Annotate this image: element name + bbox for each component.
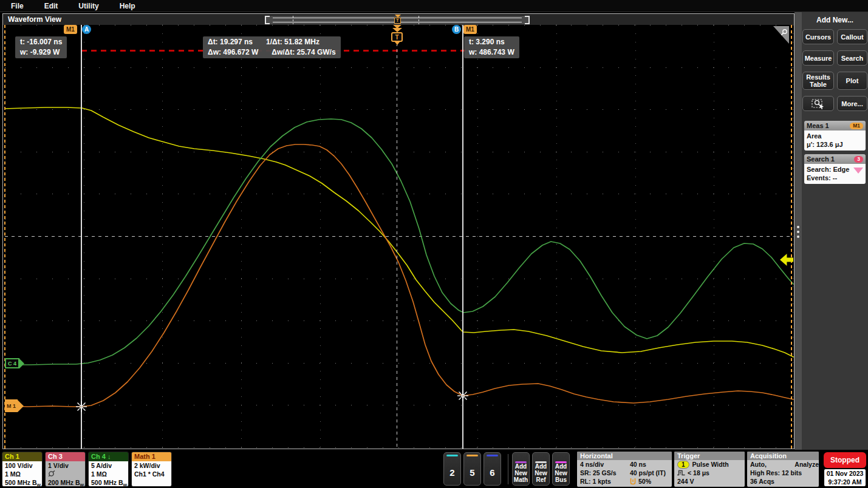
trigger-position-icon [630, 478, 636, 485]
ch5-off-button[interactable]: 5 [463, 452, 481, 486]
waveform-traces [3, 25, 794, 449]
meas1-type: Area [807, 132, 863, 140]
right-panel: Add New... Cursors Callout Measure Searc… [802, 12, 868, 450]
cursor-a-handle[interactable]: A [82, 25, 91, 34]
cursor-b-source-badge[interactable]: M1 [463, 25, 477, 34]
bottom-bar: Ch 1 100 V/div 1 MΩ 500 MHz BW Ch 3 1 V/… [0, 450, 868, 488]
bandwidth-limit-icon: BW [75, 479, 84, 486]
ch4-badge[interactable]: Ch 4 ↓ 5 A/div 1 MΩ 500 MHz BW [88, 452, 129, 487]
splitter-grip-icon [797, 226, 799, 240]
ch4-level-marker[interactable]: C 4 [5, 358, 24, 368]
menu-utility[interactable]: Utility [72, 1, 104, 12]
menu-bar: File Edit Utility Help [0, 0, 868, 12]
pulse-width-icon [677, 470, 685, 476]
bandwidth-limit-icon: BW [118, 479, 127, 486]
measure-button[interactable]: Measure [802, 50, 834, 66]
ch6-off-button[interactable]: 6 [484, 452, 501, 486]
cursor-b-readout: t: 3.290 ns w: 486.743 W [464, 36, 519, 58]
menu-help[interactable]: Help [114, 1, 142, 12]
search1-events: Events: -- [807, 174, 863, 182]
trigger-flag[interactable]: T [391, 32, 403, 42]
search1-count-badge: 3 [854, 156, 863, 163]
minimap-pan-zoom-bar[interactable]: T [265, 16, 530, 24]
cursor-delta-readout: Δt: 19.297 ns1/Δt: 51.82 MHz Δw: 496.672… [203, 36, 341, 58]
results-table-button[interactable]: Results Table [802, 72, 834, 90]
trigger-source-badge: 1 [677, 461, 689, 469]
trace-math1 [5, 144, 793, 407]
offset-down-arrow-icon: ↓ [108, 453, 111, 460]
trigger-marker[interactable]: T [391, 25, 403, 45]
cursor-a-source-badge[interactable]: M1 [64, 25, 77, 34]
datetime-display: 01 Nov 2023 9:37:20 AM [824, 469, 866, 486]
cursor-b-line[interactable] [462, 25, 463, 449]
cursor-a-readout: t: -16.007 ns w: -9.929 W [15, 36, 67, 58]
search1-card[interactable]: Search 1 3 Search: Edge Events: -- [804, 154, 866, 184]
math1-level-marker[interactable]: M 1 [5, 399, 24, 412]
callout-button[interactable]: Callout [837, 29, 867, 44]
minimap-left-bracket[interactable] [265, 16, 270, 24]
selected-waveform-right-edge [791, 25, 792, 449]
meas1-title: Meas 1 [807, 122, 829, 129]
menu-edit[interactable]: Edit [38, 1, 64, 12]
add-new-header: Add New... [803, 16, 867, 24]
oscilloscope-app: File Edit Utility Help Waveform View T [0, 0, 868, 488]
minimap-right-bracket[interactable] [525, 16, 530, 24]
meas1-card[interactable]: Meas 1 M1 Area μ': 123.6 μJ [804, 121, 866, 151]
search-marker-icon [853, 168, 863, 174]
add-new-math-button[interactable]: Add New Math [512, 452, 530, 486]
zoom-box-button[interactable] [802, 96, 834, 111]
cursor-b-trace-marker [457, 390, 468, 401]
search-button[interactable]: Search [837, 50, 867, 66]
meas1-value: μ': 123.6 μJ [807, 140, 863, 149]
run-stop-button[interactable]: Stopped [824, 452, 866, 468]
menu-file[interactable]: File [5, 1, 30, 12]
trigger-position-line [397, 43, 397, 449]
cursors-button[interactable]: Cursors [802, 29, 834, 44]
cursor-a-line[interactable] [81, 25, 82, 449]
bandwidth-limit-icon: BW [32, 479, 41, 486]
add-new-ref-button[interactable]: Add New Ref [532, 452, 550, 486]
waveform-view-title: Waveform View [8, 15, 61, 24]
probe-icon [48, 470, 55, 477]
divider [508, 454, 508, 484]
ch2-off-button[interactable]: 2 [443, 452, 461, 486]
meas1-source-badge: M1 [850, 123, 863, 129]
horizontal-panel[interactable]: Horizontal 4 ns/div40 ns SR: 25 GS/s40 p… [577, 452, 672, 487]
zoom-box-icon [812, 98, 825, 109]
math1-badge[interactable]: Math 1 2 kW/div Ch1 * Ch4 [131, 452, 172, 487]
trace-ch4 [5, 119, 793, 365]
cursor-b-handle[interactable]: B [452, 25, 461, 34]
selected-waveform-left-edge [4, 25, 5, 449]
minimap-tick [293, 16, 293, 24]
waveform-plot[interactable]: T M1 A B M1 t: -16.007 ns w: -9.929 W Δt… [3, 25, 794, 449]
plot-button[interactable]: Plot [837, 72, 867, 90]
trigger-chevron-icon [392, 28, 402, 32]
more-button[interactable]: More... [837, 96, 867, 111]
waveform-view-window: Waveform View T T [2, 13, 795, 449]
panel-splitter[interactable] [795, 12, 802, 450]
add-new-bus-button[interactable]: Add New Bus [552, 452, 570, 486]
trigger-flag-tip [394, 41, 400, 45]
ch1-badge[interactable]: Ch 1 100 V/div 1 MΩ 500 MHz BW [2, 452, 43, 487]
search1-title: Search 1 [807, 155, 835, 163]
acquisition-panel[interactable]: Acquisition Auto,Analyze High Res: 12 bi… [747, 452, 819, 487]
trigger-panel[interactable]: Trigger 1Pulse Width < 18 μs 244 V [674, 452, 745, 487]
cursor-a-trace-marker [76, 401, 87, 412]
ch3-badge[interactable]: Ch 3 1 V/div 200 MHz BW [45, 452, 86, 487]
minimap-tick [419, 16, 419, 24]
minimap-trigger-marker[interactable]: T [394, 15, 402, 24]
